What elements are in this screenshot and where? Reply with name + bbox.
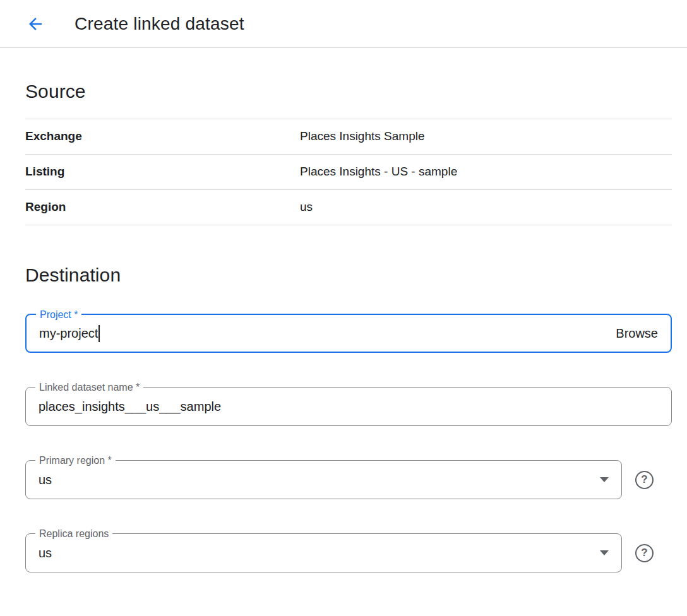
back-button[interactable] (21, 10, 49, 38)
project-field-label: Project * (36, 309, 81, 321)
dataset-name-field-value: places_insights___us___sample (39, 400, 221, 414)
primary-region-label: Primary region * (35, 454, 116, 466)
exchange-label: Exchange (25, 129, 300, 143)
project-field-value: my-project (39, 326, 98, 341)
text-cursor (99, 325, 100, 342)
dataset-name-field-group: Linked dataset name * places_insights___… (25, 387, 672, 426)
main-content: Source Exchange Places Insights Sample L… (0, 81, 687, 572)
linked-dataset-name-input[interactable]: Linked dataset name * places_insights___… (25, 387, 672, 426)
source-heading: Source (25, 81, 672, 102)
table-row-exchange: Exchange Places Insights Sample (25, 119, 672, 155)
exchange-value: Places Insights Sample (300, 129, 425, 143)
replica-regions-label: Replica regions (35, 528, 112, 540)
listing-value: Places Insights - US - sample (300, 165, 457, 179)
dropdown-arrow-icon (600, 477, 609, 482)
region-value: us (300, 200, 313, 214)
replica-regions-value: us (39, 546, 52, 560)
primary-region-help-button[interactable]: ? (635, 471, 654, 489)
region-label: Region (25, 200, 300, 214)
replica-regions-row: Replica regions us ? (25, 533, 672, 572)
listing-label: Listing (25, 165, 300, 179)
source-table: Exchange Places Insights Sample Listing … (25, 119, 672, 225)
dataset-name-field-label: Linked dataset name * (35, 381, 143, 393)
arrow-back-icon (26, 15, 45, 33)
primary-region-select[interactable]: Primary region * us (25, 460, 622, 499)
replica-regions-help-button[interactable]: ? (635, 544, 654, 562)
header: Create linked dataset (0, 0, 687, 48)
table-row-region: Region us (25, 190, 672, 225)
page-title: Create linked dataset (75, 14, 244, 34)
project-field-group: Project * my-project Browse (25, 314, 672, 353)
help-icon: ? (641, 473, 647, 486)
destination-heading: Destination (25, 264, 672, 286)
primary-region-value: us (39, 473, 52, 487)
dropdown-arrow-icon (600, 550, 609, 555)
help-icon: ? (641, 547, 647, 559)
table-row-listing: Listing Places Insights - US - sample (25, 155, 672, 190)
replica-regions-select[interactable]: Replica regions us (25, 533, 622, 572)
primary-region-row: Primary region * us ? (25, 460, 672, 499)
browse-button[interactable]: Browse (616, 326, 658, 341)
project-input[interactable]: Project * my-project Browse (25, 314, 672, 353)
